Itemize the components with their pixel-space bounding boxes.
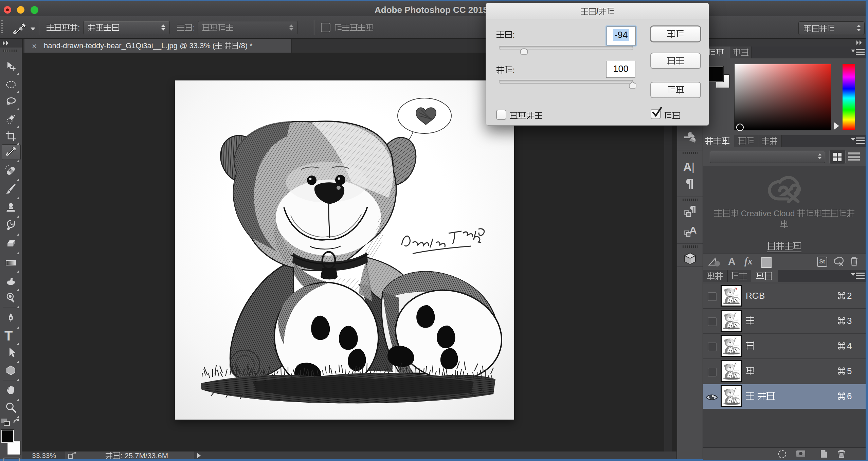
svg-text:A: A [689,225,697,236]
